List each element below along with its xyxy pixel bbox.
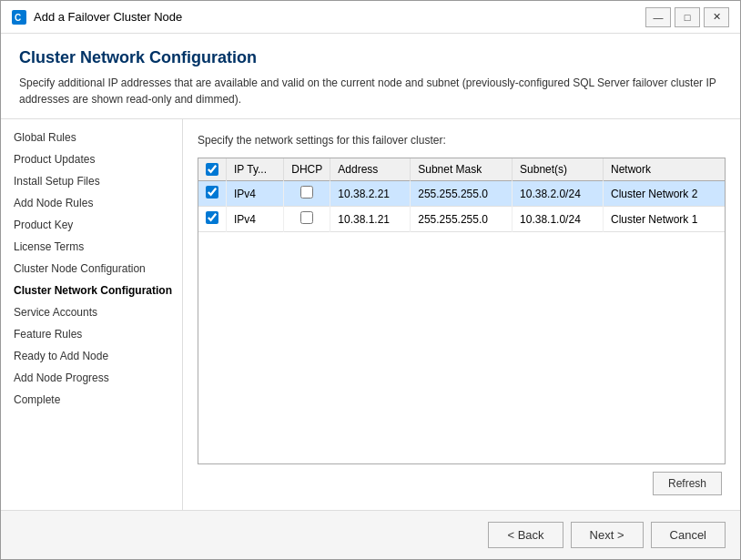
row2-subnets: 10.38.1.0/24 — [513, 207, 604, 232]
row2-network: Cluster Network 1 — [603, 207, 725, 232]
sidebar-item-cluster-node-config[interactable]: Cluster Node Configuration — [1, 258, 182, 280]
main-window: C Add a Failover Cluster Node — □ ✕ Clus… — [0, 0, 741, 560]
sidebar: Global Rules Product Updates Install Set… — [1, 119, 183, 510]
window-controls: — □ ✕ — [645, 7, 729, 27]
sidebar-item-license-terms[interactable]: License Terms — [1, 236, 182, 258]
content-area: Cluster Network Configuration Specify ad… — [1, 34, 740, 510]
sidebar-item-product-updates[interactable]: Product Updates — [1, 148, 182, 170]
panel-instruction: Specify the network settings for this fa… — [198, 134, 726, 147]
col-header-dhcp: DHCP — [284, 158, 330, 181]
row1-dhcp-checkbox[interactable] — [300, 186, 313, 199]
row1-network: Cluster Network 2 — [603, 181, 725, 207]
footer: < Back Next > Cancel — [1, 510, 740, 559]
col-header-subnets: Subnet(s) — [513, 158, 604, 181]
col-header-check — [198, 158, 227, 181]
sidebar-item-add-node-progress[interactable]: Add Node Progress — [1, 367, 182, 389]
cancel-button[interactable]: Cancel — [651, 522, 726, 548]
row2-ip-type: IPv4 — [227, 207, 284, 232]
row1-checkbox[interactable] — [206, 186, 218, 199]
col-header-ip-type: IP Ty... — [227, 158, 284, 181]
row1-subnets: 10.38.2.0/24 — [513, 181, 604, 207]
sidebar-item-install-setup-files[interactable]: Install Setup Files — [1, 170, 182, 192]
table-row: IPv4 10.38.1.21 255.255.255.0 10.38.1.0/… — [198, 207, 725, 232]
app-icon: C — [12, 10, 26, 25]
sidebar-item-ready-to-add-node[interactable]: Ready to Add Node — [1, 345, 182, 367]
table-header-row: IP Ty... DHCP Address Subnet Mask Subnet… — [198, 158, 725, 181]
main-panel: Specify the network settings for this fa… — [183, 119, 740, 510]
next-button[interactable]: Next > — [571, 522, 644, 548]
table-row: IPv4 10.38.2.21 255.255.255.0 10.38.2.0/… — [198, 181, 725, 207]
svg-text:C: C — [15, 13, 21, 23]
title-bar: C Add a Failover Cluster Node — □ ✕ — [1, 1, 740, 34]
header-checkbox[interactable] — [206, 163, 218, 176]
page-description: Specify additional IP addresses that are… — [19, 75, 722, 107]
row2-dhcp-checkbox[interactable] — [300, 211, 313, 224]
network-table-container: IP Ty... DHCP Address Subnet Mask Subnet… — [198, 158, 726, 464]
page-title: Cluster Network Configuration — [19, 48, 722, 67]
col-header-address: Address — [330, 158, 411, 181]
sidebar-item-cluster-network-config[interactable]: Cluster Network Configuration — [1, 280, 182, 301]
maximize-button[interactable]: □ — [675, 7, 700, 27]
title-bar-left: C Add a Failover Cluster Node — [12, 10, 182, 25]
network-table: IP Ty... DHCP Address Subnet Mask Subnet… — [198, 158, 725, 232]
window-title: Add a Failover Cluster Node — [34, 10, 182, 24]
row2-address: 10.38.1.21 — [330, 207, 411, 232]
row1-address: 10.38.2.21 — [330, 181, 411, 207]
minimize-button[interactable]: — — [645, 7, 671, 27]
sidebar-item-global-rules[interactable]: Global Rules — [1, 127, 182, 148]
col-header-subnet-mask: Subnet Mask — [411, 158, 513, 181]
row2-checkbox[interactable] — [206, 211, 218, 224]
row1-subnet-mask: 255.255.255.0 — [411, 181, 513, 207]
row1-dhcp-cell — [284, 181, 330, 207]
refresh-row: Refresh — [198, 464, 726, 495]
row1-check-cell — [198, 181, 227, 207]
refresh-button[interactable]: Refresh — [653, 472, 722, 495]
sidebar-item-add-node-rules[interactable]: Add Node Rules — [1, 192, 182, 214]
sidebar-item-service-accounts[interactable]: Service Accounts — [1, 301, 182, 323]
sidebar-item-feature-rules[interactable]: Feature Rules — [1, 323, 182, 345]
sidebar-item-complete[interactable]: Complete — [1, 389, 182, 411]
body-section: Global Rules Product Updates Install Set… — [1, 119, 740, 510]
row2-check-cell — [198, 207, 227, 232]
back-button[interactable]: < Back — [488, 522, 563, 548]
header-section: Cluster Network Configuration Specify ad… — [1, 34, 740, 119]
sidebar-item-product-key[interactable]: Product Key — [1, 214, 182, 236]
row1-ip-type: IPv4 — [227, 181, 284, 207]
row2-dhcp-cell — [284, 207, 330, 232]
col-header-network: Network — [603, 158, 725, 181]
row2-subnet-mask: 255.255.255.0 — [411, 207, 513, 232]
close-button[interactable]: ✕ — [704, 7, 729, 27]
